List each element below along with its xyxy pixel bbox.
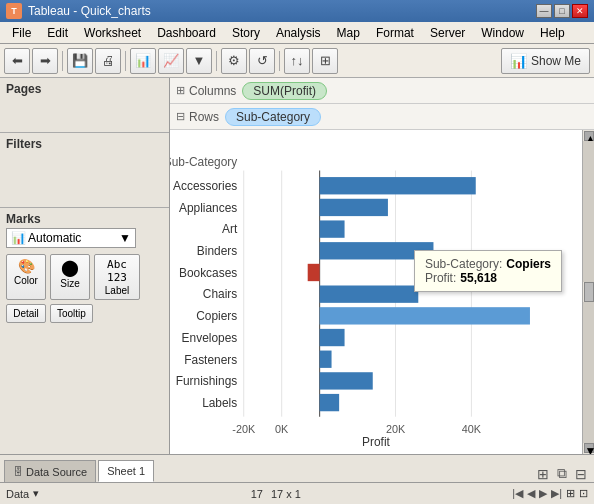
status-dimensions: 17 x 1 — [271, 488, 301, 500]
chart-area: ⊞ Columns SUM(Profit) ⊟ Rows Sub-Categor… — [170, 78, 594, 454]
menu-worksheet[interactable]: Worksheet — [76, 22, 149, 43]
tab-controls: ⊞ ⧉ ⊟ — [534, 465, 590, 482]
toolbar-save[interactable]: 💾 — [67, 48, 93, 74]
marks-label: Marks — [6, 212, 163, 226]
toolbar-sort-desc[interactable]: ⊞ — [312, 48, 338, 74]
menu-server[interactable]: Server — [422, 22, 473, 43]
window-controls: — □ ✕ — [536, 4, 588, 18]
columns-shelf: ⊞ Columns SUM(Profit) — [170, 78, 594, 104]
pages-panel: Pages — [0, 78, 169, 133]
chart-with-scroll: Sub-Category Accessories Appliances Art … — [170, 130, 594, 454]
menu-format[interactable]: Format — [368, 22, 422, 43]
toolbar-undo[interactable]: ⬅ — [4, 48, 30, 74]
toolbar-sep1 — [62, 51, 63, 71]
menu-edit[interactable]: Edit — [39, 22, 76, 43]
rows-shelf-icon: ⊟ — [176, 110, 185, 123]
size-label: Size — [60, 278, 79, 289]
toolbar-sep3 — [216, 51, 217, 71]
tab-options-button[interactable]: ⊟ — [572, 466, 590, 482]
toolbar-redo[interactable]: ➡ — [32, 48, 58, 74]
bar-furnishings[interactable] — [320, 372, 373, 389]
toolbar-print[interactable]: 🖨 — [95, 48, 121, 74]
svg-text:0K: 0K — [275, 423, 289, 435]
left-panel: Pages Filters Marks 📊 Automatic ▼ 🎨 Colo… — [0, 78, 170, 454]
bar-fasteners[interactable] — [320, 351, 332, 368]
menu-analysis[interactable]: Analysis — [268, 22, 329, 43]
marks-type-dropdown[interactable]: 📊 Automatic ▼ — [6, 228, 136, 248]
svg-text:20K: 20K — [386, 423, 406, 435]
menu-help[interactable]: Help — [532, 22, 573, 43]
label-label: Label — [105, 285, 129, 296]
nav-first-button[interactable]: |◀ — [512, 487, 523, 500]
duplicate-sheet-button[interactable]: ⧉ — [554, 465, 570, 482]
marks-buttons-row2: Detail Tooltip — [6, 304, 163, 323]
menu-dashboard[interactable]: Dashboard — [149, 22, 224, 43]
svg-text:Art: Art — [222, 222, 238, 236]
sheet1-tab[interactable]: Sheet 1 — [98, 460, 154, 482]
toolbar-chart2[interactable]: 📈 — [158, 48, 184, 74]
scroll-up[interactable]: ▲ — [584, 131, 594, 141]
chart-scrollbar[interactable]: ▲ ▼ — [582, 130, 594, 454]
toolbar-filter[interactable]: ⚙ — [221, 48, 247, 74]
status-bar: Data ▾ 17 17 x 1 |◀ ◀ ▶ ▶| ⊞ ⊡ — [0, 482, 594, 504]
nav-prev-button[interactable]: ◀ — [527, 487, 535, 500]
bar-accessories[interactable] — [320, 177, 476, 194]
tooltip-button[interactable]: Tooltip — [50, 304, 93, 323]
main-area: Pages Filters Marks 📊 Automatic ▼ 🎨 Colo… — [0, 78, 594, 454]
marks-buttons-row1: 🎨 Color ⬤ Size Abc123 Label — [6, 254, 163, 300]
svg-text:Fasteners: Fasteners — [184, 353, 237, 367]
size-button[interactable]: ⬤ Size — [50, 254, 90, 300]
bar-binders[interactable] — [320, 242, 434, 259]
size-icon: ⬤ — [61, 258, 79, 277]
menu-file[interactable]: File — [4, 22, 39, 43]
toolbar-sep4 — [279, 51, 280, 71]
bar-copiers[interactable] — [320, 307, 530, 324]
menu-bar: File Edit Worksheet Dashboard Story Anal… — [0, 22, 594, 44]
menu-map[interactable]: Map — [329, 22, 368, 43]
detail-button[interactable]: Detail — [6, 304, 46, 323]
color-label: Color — [14, 275, 38, 286]
rows-shelf: ⊟ Rows Sub-Category — [170, 104, 594, 130]
columns-pill[interactable]: SUM(Profit) — [242, 82, 327, 100]
toolbar-chart3[interactable]: ▼ — [186, 48, 212, 74]
menu-story[interactable]: Story — [224, 22, 268, 43]
filters-content — [6, 153, 163, 203]
rows-pill[interactable]: Sub-Category — [225, 108, 321, 126]
status-grid-icon: ⊞ — [566, 487, 575, 500]
nav-next-button[interactable]: ▶ — [539, 487, 547, 500]
minimize-button[interactable]: — — [536, 4, 552, 18]
toolbar-sort-asc[interactable]: ↑↓ — [284, 48, 310, 74]
bar-art[interactable] — [320, 220, 345, 237]
columns-shelf-icon: ⊞ — [176, 84, 185, 97]
pages-label: Pages — [6, 82, 163, 96]
nav-last-button[interactable]: ▶| — [551, 487, 562, 500]
menu-window[interactable]: Window — [473, 22, 532, 43]
toolbar-sep2 — [125, 51, 126, 71]
toolbar-chart1[interactable]: 📊 — [130, 48, 156, 74]
bar-chairs[interactable] — [320, 285, 419, 302]
show-me-button[interactable]: 📊 Show Me — [501, 48, 590, 74]
scroll-down[interactable]: ▼ — [584, 443, 594, 453]
datasource-tab-icon: 🗄 — [13, 466, 23, 477]
status-count: 17 — [251, 488, 263, 500]
label-button[interactable]: Abc123 Label — [94, 254, 140, 300]
rows-shelf-label: Rows — [189, 110, 219, 124]
new-sheet-button[interactable]: ⊞ — [534, 466, 552, 482]
close-button[interactable]: ✕ — [572, 4, 588, 18]
tooltip-label: Tooltip — [57, 308, 86, 319]
svg-text:Accessories: Accessories — [173, 179, 237, 193]
app-icon: T — [6, 3, 22, 19]
color-button[interactable]: 🎨 Color — [6, 254, 46, 300]
scroll-thumb[interactable] — [584, 282, 594, 302]
svg-text:Copiers: Copiers — [196, 309, 237, 323]
bar-envelopes[interactable] — [320, 329, 345, 346]
maximize-button[interactable]: □ — [554, 4, 570, 18]
svg-text:Bookcases: Bookcases — [179, 266, 237, 280]
title-bar: T Tableau - Quick_charts — □ ✕ — [0, 0, 594, 22]
toolbar-refresh[interactable]: ↺ — [249, 48, 275, 74]
datasource-tab-label: Data Source — [26, 466, 87, 478]
bar-labels[interactable] — [320, 394, 340, 411]
bar-bookcases[interactable] — [308, 264, 320, 281]
bar-appliances[interactable] — [320, 199, 388, 216]
datasource-tab[interactable]: 🗄 Data Source — [4, 460, 96, 482]
